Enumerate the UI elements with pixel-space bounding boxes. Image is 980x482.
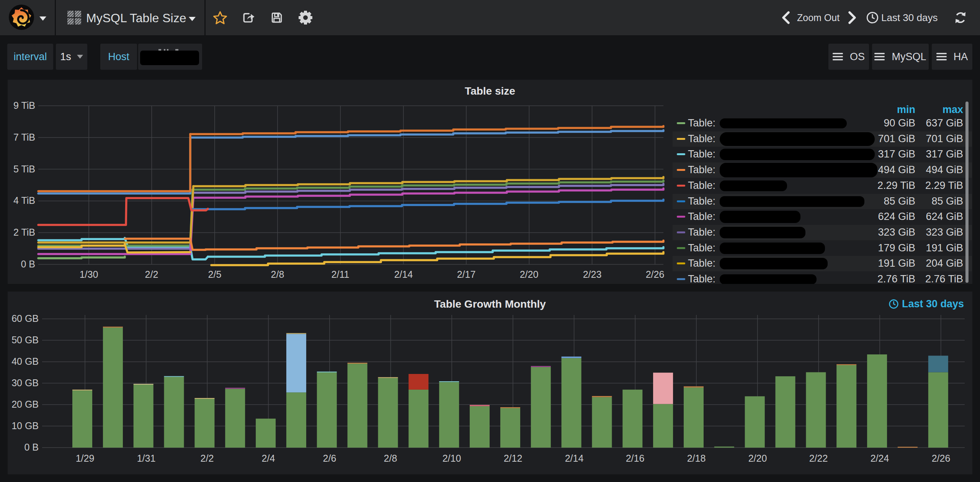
svg-text:2/8: 2/8 xyxy=(271,269,284,280)
svg-text:4 TiB: 4 TiB xyxy=(13,195,35,206)
svg-text:2/14: 2/14 xyxy=(394,269,413,280)
svg-text:2/5: 2/5 xyxy=(208,269,222,280)
svg-text:2/17: 2/17 xyxy=(457,269,476,280)
svg-text:1/31: 1/31 xyxy=(137,453,156,464)
svg-text:2/26: 2/26 xyxy=(932,453,951,464)
svg-text:2/14: 2/14 xyxy=(565,453,584,464)
svg-text:50 GB: 50 GB xyxy=(11,334,39,345)
svg-text:2/10: 2/10 xyxy=(443,453,461,464)
svg-text:2/2: 2/2 xyxy=(145,269,158,280)
svg-text:2/6: 2/6 xyxy=(323,453,336,464)
svg-text:60 GB: 60 GB xyxy=(11,313,39,324)
svg-text:2/24: 2/24 xyxy=(871,453,889,464)
svg-text:2/4: 2/4 xyxy=(262,453,275,464)
svg-text:2/23: 2/23 xyxy=(583,269,602,280)
svg-text:2/20: 2/20 xyxy=(520,269,539,280)
svg-text:2/8: 2/8 xyxy=(384,453,397,464)
svg-text:2 TiB: 2 TiB xyxy=(13,227,35,238)
svg-text:30 GB: 30 GB xyxy=(11,377,39,388)
svg-text:1/30: 1/30 xyxy=(80,269,98,280)
svg-text:2/2: 2/2 xyxy=(201,453,214,464)
svg-text:2/16: 2/16 xyxy=(626,453,645,464)
svg-text:0 B: 0 B xyxy=(24,442,39,452)
svg-text:2/26: 2/26 xyxy=(646,269,665,280)
svg-text:1/29: 1/29 xyxy=(76,453,95,464)
svg-text:2/18: 2/18 xyxy=(687,453,706,464)
svg-text:5 TiB: 5 TiB xyxy=(13,164,35,174)
svg-text:2/20: 2/20 xyxy=(748,453,767,464)
svg-text:10 GB: 10 GB xyxy=(11,420,39,431)
svg-text:40 GB: 40 GB xyxy=(11,356,39,367)
svg-text:7 TiB: 7 TiB xyxy=(13,132,35,143)
svg-text:2/22: 2/22 xyxy=(809,453,828,464)
svg-text:2/12: 2/12 xyxy=(504,453,523,464)
svg-text:0 B: 0 B xyxy=(21,259,35,269)
svg-text:2/11: 2/11 xyxy=(332,269,350,280)
svg-text:9 TiB: 9 TiB xyxy=(13,100,35,111)
svg-text:20 GB: 20 GB xyxy=(11,399,39,410)
